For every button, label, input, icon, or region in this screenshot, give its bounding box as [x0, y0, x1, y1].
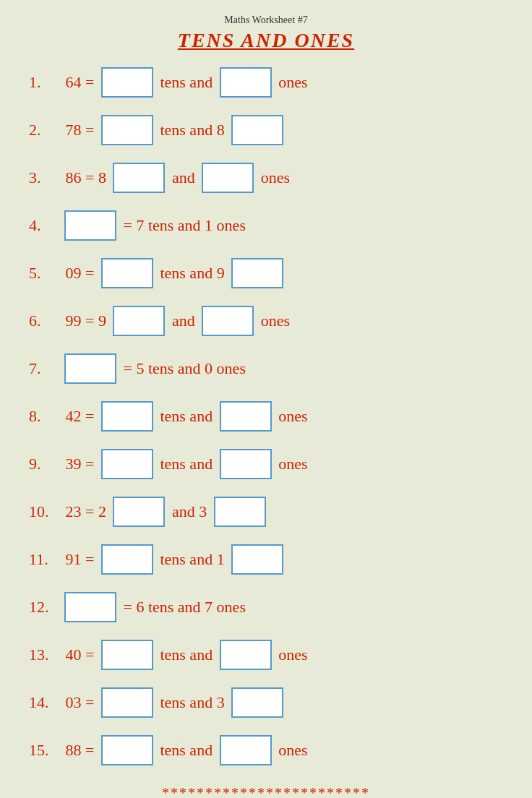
- answer-box[interactable]: [231, 258, 283, 288]
- problem-number: 5.: [29, 264, 61, 283]
- problem-text: 88 =: [61, 741, 98, 760]
- answer-box[interactable]: [220, 735, 272, 765]
- answer-box[interactable]: [101, 735, 153, 765]
- problem-row: 8. 42 = tens and ones: [29, 396, 503, 437]
- problem-row: 3. 86 = 8 and ones: [29, 158, 503, 198]
- answer-box[interactable]: [64, 592, 116, 622]
- problem-text: and: [168, 312, 199, 330]
- answer-box[interactable]: [231, 544, 283, 575]
- answer-box[interactable]: [113, 306, 165, 336]
- problem-number: 7.: [29, 359, 61, 378]
- answer-box[interactable]: [101, 67, 153, 98]
- problem-text: 91 =: [61, 550, 98, 569]
- answer-box[interactable]: [101, 687, 153, 718]
- problem-row: 15. 88 = tens and ones: [29, 730, 503, 771]
- answer-box[interactable]: [64, 353, 116, 384]
- worksheet-subtitle: Maths Worksheet #7: [29, 14, 503, 26]
- answer-box[interactable]: [231, 687, 283, 718]
- answer-box[interactable]: [113, 163, 165, 193]
- problem-text: ones: [257, 312, 293, 330]
- problem-number: 3.: [29, 168, 61, 187]
- answer-box[interactable]: [101, 258, 153, 288]
- problem-row: 5. 09 = tens and 9: [29, 253, 503, 293]
- answer-box[interactable]: [113, 497, 165, 527]
- problem-text: tens and: [156, 741, 217, 760]
- problem-text: 64 =: [61, 73, 98, 92]
- problem-text: tens and 1: [156, 550, 228, 569]
- problem-number: 12.: [29, 598, 61, 617]
- problem-text: 23 = 2: [61, 502, 110, 521]
- problem-text: and 3: [168, 502, 210, 521]
- answer-box[interactable]: [231, 115, 283, 145]
- problem-text: 99 = 9: [61, 312, 110, 330]
- problem-number: 8.: [29, 407, 61, 426]
- answer-box[interactable]: [202, 306, 254, 336]
- problem-number: 4.: [29, 216, 61, 235]
- problem-number: 2.: [29, 121, 61, 140]
- problem-text: tens and 3: [156, 693, 228, 712]
- problem-row: 4. = 7 tens and 1 ones: [29, 205, 503, 246]
- answer-box[interactable]: [202, 163, 254, 193]
- answer-box[interactable]: [101, 640, 153, 670]
- problem-number: 1.: [29, 73, 61, 92]
- problem-text: ones: [257, 168, 293, 187]
- problem-number: 11.: [29, 550, 61, 569]
- problem-text: 78 =: [61, 121, 98, 140]
- answer-box[interactable]: [214, 497, 266, 527]
- answer-box[interactable]: [220, 640, 272, 670]
- answer-box[interactable]: [220, 401, 272, 432]
- answer-box[interactable]: [220, 67, 272, 98]
- problem-number: 10.: [29, 502, 61, 521]
- problem-text: ones: [275, 407, 312, 426]
- problem-text: ones: [275, 645, 312, 664]
- problem-number: 15.: [29, 741, 61, 760]
- footer-stars: ************************: [29, 785, 503, 798]
- answer-box[interactable]: [101, 115, 153, 145]
- problem-row: 14. 03 = tens and 3: [29, 682, 503, 723]
- problem-text: tens and 9: [156, 264, 228, 283]
- problem-row: 11. 91 = tens and 1: [29, 539, 503, 580]
- problem-number: 13.: [29, 645, 61, 664]
- problems-container: 1. 64 = tens and ones 2. 78 = tens and 8…: [29, 62, 503, 771]
- problem-text: tens and: [156, 645, 217, 664]
- problem-text: and: [168, 168, 199, 187]
- answer-box[interactable]: [220, 449, 272, 479]
- problem-row: 2. 78 = tens and 8: [29, 110, 503, 150]
- problem-number: 9.: [29, 455, 61, 473]
- problem-number: 14.: [29, 693, 61, 712]
- problem-number: 6.: [29, 312, 61, 330]
- problem-text: 42 =: [61, 407, 98, 426]
- problem-row: 13. 40 = tens and ones: [29, 635, 503, 675]
- problem-text: 03 =: [61, 693, 98, 712]
- answer-box[interactable]: [101, 401, 153, 432]
- problem-text: ones: [275, 741, 312, 760]
- problem-text: = 7 tens and 1 ones: [119, 216, 249, 235]
- page-header: Maths Worksheet #7 TENS AND ONES: [29, 14, 503, 52]
- worksheet-title: TENS AND ONES: [29, 29, 503, 52]
- problem-text: 09 =: [61, 264, 98, 283]
- problem-text: ones: [275, 455, 312, 473]
- problem-text: 39 =: [61, 455, 98, 473]
- problem-row: 10. 23 = 2 and 3: [29, 492, 503, 532]
- problem-row: 9. 39 = tens and ones: [29, 444, 503, 484]
- problem-text: ones: [275, 73, 312, 92]
- problem-row: 12. = 6 tens and 7 ones: [29, 587, 503, 627]
- problem-text: 40 =: [61, 645, 98, 664]
- problem-text: = 6 tens and 7 ones: [119, 598, 249, 617]
- problem-text: tens and: [156, 73, 217, 92]
- answer-box[interactable]: [64, 210, 116, 241]
- answer-box[interactable]: [101, 449, 153, 479]
- answer-box[interactable]: [101, 544, 153, 575]
- problem-row: 6. 99 = 9 and ones: [29, 301, 503, 341]
- problem-text: tens and 8: [156, 121, 228, 140]
- problem-row: 7. = 5 tens and 0 ones: [29, 348, 503, 389]
- problem-text: tens and: [156, 455, 217, 473]
- problem-text: 86 = 8: [61, 168, 110, 187]
- problem-row: 1. 64 = tens and ones: [29, 62, 503, 103]
- problem-text: = 5 tens and 0 ones: [119, 359, 249, 378]
- problem-text: tens and: [156, 407, 217, 426]
